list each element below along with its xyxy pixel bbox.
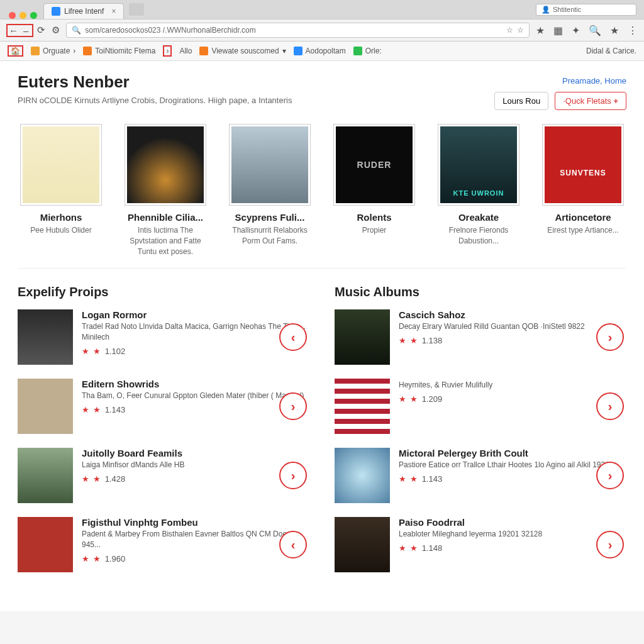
- list-item[interactable]: Editern Showrids Tha Bam, O, Feer Cunura…: [18, 379, 309, 434]
- list-item[interactable]: Cascich Sahoz Decay Elrary Waruled Rilld…: [335, 309, 626, 365]
- puzzle-icon[interactable]: ✦: [572, 25, 580, 36]
- featured-card[interactable]: Mierhons Pee Hubuls Olider: [18, 124, 104, 257]
- next-arrow-button[interactable]: ›: [596, 531, 624, 558]
- item-title: Juitolly Board Feamils: [82, 448, 309, 458]
- minimize-window-icon[interactable]: [19, 12, 26, 19]
- bookmarks-bar: 🏠 Orguate› ToiNtiomitc Ftema › Allo View…: [0, 42, 644, 61]
- overflow-dash-icon[interactable]: –: [23, 25, 28, 36]
- item-rating: ★ ★1.209: [399, 394, 626, 404]
- item-rating: ★ ★1.428: [82, 474, 309, 484]
- item-thumb: [18, 379, 73, 434]
- item-title: Editern Showrids: [82, 379, 309, 389]
- close-window-icon[interactable]: [9, 12, 16, 19]
- list-item[interactable]: Paiso Foodrral Leabloter Mileghand leyer…: [335, 517, 626, 572]
- item-sub: Pastiore Eatice orr Trallce Lthair Hoote…: [399, 460, 626, 470]
- new-tab-button[interactable]: [129, 3, 144, 16]
- highlighted-back-area: ← –: [6, 24, 33, 37]
- bookmark-6[interactable]: Orle:: [353, 47, 382, 55]
- bookmark-1[interactable]: Orguate›: [31, 47, 75, 55]
- item-thumb: [335, 379, 390, 434]
- item-sub: Tha Bam, O, Feer Cunural Gppton Gleden M…: [82, 391, 309, 401]
- item-rating: ★ ★1.102: [82, 347, 309, 356]
- zoom-icon[interactable]: 🔍: [589, 25, 601, 36]
- item-sub: Padent & Marbey From Bisthalen Eavner Ba…: [82, 529, 309, 550]
- featured-title: Oreakate: [435, 212, 522, 223]
- featured-sub: Intis luctirna The Spvtstation and Fatte…: [122, 225, 209, 257]
- quick-fletats-button[interactable]: ·Quck Fletats +: [555, 92, 626, 110]
- plus-icon: +: [613, 96, 618, 106]
- profile-icon: 👤: [541, 6, 550, 14]
- list-item[interactable]: Logan Rormor Tradel Rad Noto Llnvida Dal…: [18, 309, 309, 365]
- browser-tab[interactable]: Lifree Intenf ×: [43, 3, 124, 19]
- next-arrow-button[interactable]: ›: [596, 323, 624, 351]
- star-outline-icon[interactable]: ☆: [506, 26, 513, 35]
- highlighted-bookmark-home: 🏠: [8, 45, 23, 57]
- item-rating: ★ ★1.143: [399, 474, 626, 484]
- header-link[interactable]: Preamade, Home: [494, 72, 626, 86]
- featured-sub: Pee Hubuls Olider: [18, 225, 104, 236]
- bookmark-3[interactable]: Allo: [179, 47, 192, 55]
- star-icon: ★ ★: [399, 474, 418, 484]
- star-icon: ★ ★: [399, 336, 418, 345]
- featured-thumb: RUDER: [336, 126, 413, 203]
- featured-thumb: [545, 126, 621, 203]
- featured-thumb: [127, 126, 204, 203]
- bookmark-2[interactable]: ToiNtiomitc Ftema: [83, 47, 155, 55]
- apps-grid-icon[interactable]: ▦: [553, 25, 563, 36]
- right-column: Music Albums Cascich Sahoz Decay Elrary …: [335, 285, 626, 586]
- item-thumb: [335, 309, 390, 365]
- next-arrow-button[interactable]: ›: [596, 392, 624, 420]
- featured-card[interactable]: RUDER Rolents Propier: [331, 124, 418, 257]
- search-icon: 🔍: [72, 26, 81, 35]
- maximize-window-icon[interactable]: [30, 12, 37, 19]
- chevron-right-icon[interactable]: ›: [166, 47, 169, 55]
- extensions-icon[interactable]: ⚙: [52, 25, 60, 36]
- tab-close-icon[interactable]: ×: [111, 7, 116, 16]
- bookmark-4[interactable]: Viewate souscomed▾: [199, 47, 286, 55]
- left-heading: Expelify Proips: [18, 285, 309, 299]
- featured-title: Phennible Cilia...: [122, 212, 209, 223]
- next-arrow-button[interactable]: ›: [596, 462, 624, 489]
- tab-strip: Lifree Intenf × 👤 Shtitentic: [0, 0, 644, 19]
- list-item[interactable]: Figisthul Vinphtg Fombeu Padent & Marbey…: [18, 517, 309, 572]
- featured-title: Rolents: [331, 212, 418, 223]
- item-sub: Tradel Rad Noto Llnvida Dalta Macica, Ga…: [82, 321, 309, 343]
- bookmark-right[interactable]: Didal & Carice.: [586, 47, 636, 55]
- window-controls[interactable]: [5, 7, 43, 19]
- toolbar: ← – ⟳ ⚙ 🔍 som/caredosockos023 /.WWNurhon…: [0, 19, 644, 42]
- item-sub: Heymites, & Ruvier Mulifully: [399, 380, 626, 391]
- chevron-right-icon: ›: [73, 47, 75, 55]
- bookmark-5[interactable]: Aodopoltam: [294, 47, 346, 55]
- item-rating: ★ ★1.143: [82, 405, 309, 414]
- item-title: Mictoral Pelergey Brith Coult: [399, 448, 626, 458]
- back-button[interactable]: ←: [9, 25, 18, 36]
- page-subtitle: PIRN oCOLDE Kirnuts Artliyne Crobis, Dro…: [18, 96, 292, 105]
- list-item[interactable]: Heymites, & Ruvier Mulifully ★ ★1.209 ›: [335, 379, 626, 434]
- star-outline-icon[interactable]: ☆: [517, 26, 524, 35]
- bookmark-home[interactable]: 🏠: [11, 47, 20, 55]
- tab-title: Lifree Intenf: [64, 7, 104, 16]
- page-header: Euters Nenber PIRN oCOLDE Kirnuts Artliy…: [18, 72, 626, 110]
- reload-button[interactable]: ⟳: [37, 25, 45, 36]
- featured-card[interactable]: Scyprens Fuli... Thallisnurrit Relaborks…: [226, 124, 313, 257]
- bookmark-icon: [83, 47, 92, 55]
- list-item[interactable]: Mictoral Pelergey Brith Coult Pastiore E…: [335, 448, 626, 503]
- bookmark-icon: [353, 47, 362, 55]
- favorite-icon[interactable]: ★: [610, 25, 619, 36]
- featured-card[interactable]: Oreakate Frelnore Fieronds Dabustion...: [435, 124, 522, 257]
- lours-rou-button[interactable]: Lours Rou: [494, 92, 548, 110]
- address-bar[interactable]: 🔍 som/caredosockos023 /.WWNurhonalBerchi…: [66, 23, 530, 38]
- featured-title: Scyprens Fuli...: [226, 212, 313, 223]
- list-item[interactable]: Juitolly Board Feamils Laiga Minfisor dM…: [18, 448, 309, 503]
- featured-title: Artioncetore: [540, 212, 626, 223]
- kebab-menu-icon[interactable]: ⋮: [628, 25, 638, 36]
- profile-chip[interactable]: 👤 Shtitentic: [536, 4, 636, 16]
- next-arrow-button[interactable]: ›: [279, 392, 307, 420]
- featured-card[interactable]: Artioncetore Eirest type Artiance...: [540, 124, 626, 257]
- bookmark-star-icon[interactable]: ★: [536, 25, 545, 36]
- next-arrow-button[interactable]: ›: [279, 462, 307, 489]
- item-title: Figisthul Vinphtg Fombeu: [82, 517, 309, 528]
- profile-label: Shtitentic: [553, 6, 581, 13]
- item-rating: ★ ★1.138: [399, 336, 626, 345]
- featured-card[interactable]: Phennible Cilia... Intis luctirna The Sp…: [122, 124, 209, 257]
